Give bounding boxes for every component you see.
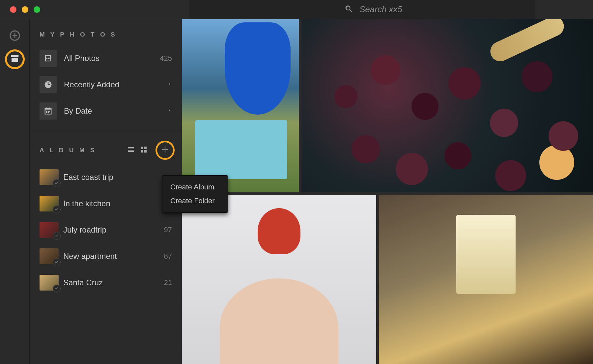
album-count: 21 xyxy=(164,278,172,287)
album-label: East coast trip xyxy=(63,173,172,182)
archive-button-highlight xyxy=(5,49,25,69)
menu-item-create-album[interactable]: Create Album xyxy=(162,180,228,194)
album-count: 97 xyxy=(164,226,172,234)
album-list: East coast trip In the kitchen 14 July r… xyxy=(40,168,175,292)
album-item[interactable]: New apartment 87 xyxy=(40,247,175,266)
list-view-icon[interactable] xyxy=(127,146,135,155)
archive-icon[interactable] xyxy=(10,54,20,65)
album-label: Santa Cruz xyxy=(63,278,164,287)
titlebar xyxy=(0,0,593,19)
sidebar-item-by-date[interactable]: By Date xyxy=(40,101,175,121)
svg-rect-6 xyxy=(48,112,49,113)
album-thumbnail xyxy=(40,196,59,211)
photo-thumbnail[interactable] xyxy=(379,195,593,364)
menu-item-create-folder[interactable]: Create Folder xyxy=(162,194,228,208)
album-thumbnail xyxy=(40,222,59,238)
search-icon xyxy=(344,4,353,15)
album-item[interactable]: In the kitchen 14 xyxy=(40,194,175,213)
svg-rect-10 xyxy=(144,150,147,153)
sidebar-item-all-photos[interactable]: All Photos 425 xyxy=(40,48,175,69)
album-count: 87 xyxy=(164,252,172,261)
my-photos-title: M Y P H O T O S xyxy=(40,31,175,38)
search-bar[interactable] xyxy=(189,0,535,19)
svg-rect-3 xyxy=(48,111,49,112)
svg-rect-9 xyxy=(141,150,143,153)
svg-rect-4 xyxy=(49,111,50,112)
sidebar-item-count: 425 xyxy=(160,54,172,63)
album-item[interactable]: East coast trip xyxy=(40,168,175,187)
sidebar: M Y P H O T O S All Photos 425 Recently … xyxy=(30,19,182,364)
minimize-window-button[interactable] xyxy=(22,6,28,13)
album-thumbnail xyxy=(40,169,59,185)
create-menu: Create Album Create Folder xyxy=(162,175,228,213)
window-controls xyxy=(10,6,40,13)
left-rail xyxy=(0,19,30,364)
chevron-left-icon xyxy=(167,108,171,114)
album-label: In the kitchen xyxy=(63,199,164,208)
album-item[interactable]: Santa Cruz 21 xyxy=(40,273,175,292)
albums-title: A L B U M S xyxy=(40,147,127,154)
album-item[interactable]: July roadtrip 97 xyxy=(40,220,175,239)
close-window-button[interactable] xyxy=(10,6,16,13)
plus-icon[interactable] xyxy=(160,145,170,155)
svg-rect-2 xyxy=(46,111,47,112)
grid-view-icon[interactable] xyxy=(140,146,148,155)
photo-thumbnail[interactable] xyxy=(182,195,376,364)
divider xyxy=(30,131,182,131)
album-label: New apartment xyxy=(63,252,164,261)
add-album-button-highlight xyxy=(155,141,175,160)
svg-rect-7 xyxy=(141,147,143,149)
photo-thumbnail[interactable] xyxy=(301,19,593,192)
svg-rect-8 xyxy=(144,147,147,149)
image-icon xyxy=(40,50,57,67)
search-input[interactable] xyxy=(359,4,491,14)
album-thumbnail xyxy=(40,275,59,291)
sidebar-item-recently-added[interactable]: Recently Added xyxy=(40,74,175,95)
clock-icon xyxy=(40,76,57,93)
photo-thumbnail[interactable] xyxy=(182,19,299,192)
calendar-icon xyxy=(40,102,57,120)
photo-grid xyxy=(182,19,593,364)
album-label: July roadtrip xyxy=(63,225,164,235)
sidebar-item-label: All Photos xyxy=(64,54,160,63)
sidebar-item-label: By Date xyxy=(64,106,167,116)
maximize-window-button[interactable] xyxy=(34,6,40,13)
add-button[interactable] xyxy=(8,29,21,42)
chevron-left-icon xyxy=(167,82,171,88)
svg-rect-5 xyxy=(46,112,47,113)
sidebar-item-label: Recently Added xyxy=(64,80,167,89)
album-thumbnail xyxy=(40,248,59,264)
